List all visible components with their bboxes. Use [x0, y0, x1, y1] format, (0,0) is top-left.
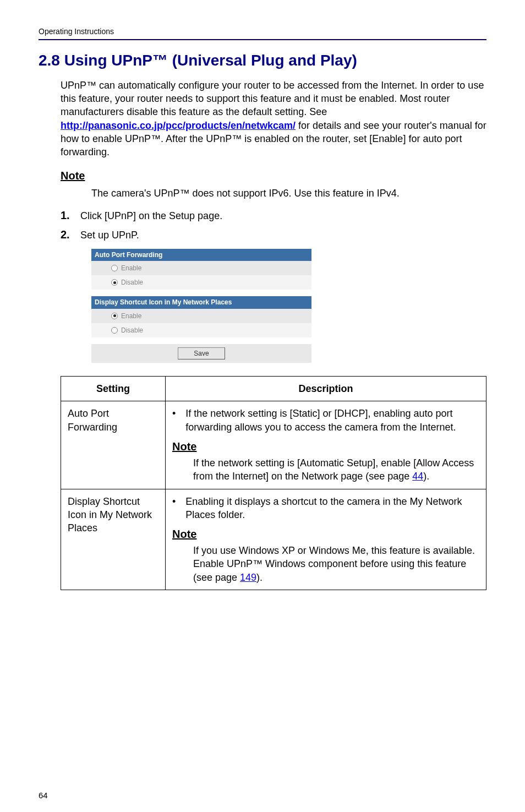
- note-text: The camera's UPnP™ does not support IPv6…: [91, 187, 486, 200]
- table-row: Auto Port Forwarding • If the network se…: [61, 401, 486, 489]
- radio-row-disable[interactable]: Disable: [91, 275, 311, 290]
- setting-description: • If the network setting is [Static] or …: [166, 401, 486, 489]
- bullet-icon: •: [172, 407, 176, 434]
- auto-port-forwarding-group: Auto Port Forwarding Enable Disable: [91, 249, 311, 290]
- bullet-text: If the network setting is [Static] or [D…: [185, 407, 479, 434]
- cell-note-body: If you use Windows XP or Windows Me, thi…: [193, 544, 479, 584]
- settings-table: Setting Description Auto Port Forwarding…: [61, 376, 486, 590]
- intro-link[interactable]: http://panasonic.co.jp/pcc/products/en/n…: [61, 120, 296, 131]
- cell-note-body: If the network setting is [Automatic Set…: [193, 456, 479, 483]
- step-item: 2. Set up UPnP.: [61, 227, 486, 242]
- upnp-settings-panel: Auto Port Forwarding Enable Disable Disp…: [91, 249, 311, 363]
- setting-description: • Enabling it displays a shortcut to the…: [166, 489, 486, 590]
- radio-icon: [111, 279, 118, 286]
- step-number: 2.: [61, 227, 80, 242]
- save-bar: Save: [91, 344, 311, 363]
- intro-paragraph: UPnP™ can automatically configure your r…: [61, 79, 486, 159]
- radio-icon: [111, 265, 118, 271]
- col-header-setting: Setting: [61, 377, 166, 401]
- step-text: Click [UPnP] on the Setup page.: [80, 209, 222, 222]
- page-ref-link[interactable]: 149: [240, 572, 256, 583]
- bullet-text: Enabling it displays a shortcut to the c…: [185, 495, 479, 522]
- radio-label: Enable: [121, 264, 141, 273]
- bullet-icon: •: [172, 495, 176, 522]
- cell-note-label: Note: [172, 439, 479, 454]
- col-header-description: Description: [166, 377, 486, 401]
- cell-note-pre: If you use Windows XP or Windows Me, thi…: [193, 545, 475, 583]
- group-header: Auto Port Forwarding: [91, 249, 311, 261]
- radio-label: Enable: [121, 312, 141, 320]
- setting-name: Display Shortcut Icon in My Network Plac…: [61, 489, 166, 590]
- page-ref-link[interactable]: 44: [412, 471, 423, 482]
- radio-label: Disable: [121, 326, 143, 335]
- intro-text-pre: UPnP™ can automatically configure your r…: [61, 80, 484, 118]
- steps-list: 1. Click [UPnP] on the Setup page. 2. Se…: [61, 208, 486, 242]
- step-item: 1. Click [UPnP] on the Setup page.: [61, 208, 486, 223]
- radio-label: Disable: [121, 278, 143, 287]
- group-header: Display Shortcut Icon in My Network Plac…: [91, 296, 311, 308]
- running-header: Operating Instructions: [39, 26, 486, 37]
- step-text: Set up UPnP.: [80, 228, 139, 242]
- cell-note-post: ).: [423, 471, 429, 482]
- step-number: 1.: [61, 208, 80, 223]
- cell-note-pre: If the network setting is [Automatic Set…: [193, 457, 474, 482]
- save-button[interactable]: Save: [178, 347, 225, 359]
- radio-icon: [111, 327, 118, 334]
- table-row: Display Shortcut Icon in My Network Plac…: [61, 489, 486, 590]
- cell-note-label: Note: [172, 527, 479, 542]
- radio-icon: [111, 313, 118, 319]
- section-heading: 2.8 Using UPnP™ (Universal Plug and Play…: [39, 50, 486, 71]
- note-label: Note: [61, 168, 486, 183]
- title-rule: [39, 39, 486, 40]
- cell-note-post: ).: [256, 572, 262, 583]
- display-shortcut-group: Display Shortcut Icon in My Network Plac…: [91, 296, 311, 337]
- radio-row-disable[interactable]: Disable: [91, 323, 311, 337]
- radio-row-enable[interactable]: Enable: [91, 309, 311, 323]
- radio-row-enable[interactable]: Enable: [91, 261, 311, 275]
- setting-name: Auto Port Forwarding: [61, 401, 166, 489]
- page-number: 64: [39, 790, 48, 801]
